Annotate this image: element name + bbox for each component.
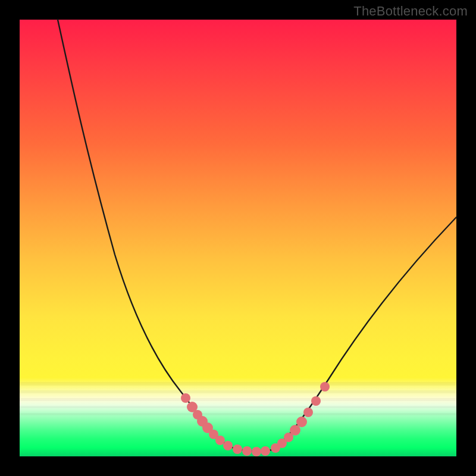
bead xyxy=(303,408,313,417)
bead xyxy=(311,396,321,406)
bead xyxy=(223,441,233,450)
chart-frame: TheBottleneck.com xyxy=(0,0,476,476)
bead xyxy=(296,416,307,427)
bead xyxy=(290,425,300,436)
plot-area xyxy=(20,20,456,456)
bead xyxy=(215,436,225,445)
bead xyxy=(261,446,270,456)
bead xyxy=(242,446,252,456)
curve-left-branch xyxy=(58,20,228,446)
bead xyxy=(252,447,261,456)
bead xyxy=(320,382,330,392)
beads-right xyxy=(271,382,330,453)
bead xyxy=(181,393,190,403)
bead xyxy=(233,444,242,454)
bottleneck-curve xyxy=(20,20,456,456)
watermark-text: TheBottleneck.com xyxy=(353,4,468,19)
curve-right-branch xyxy=(273,217,456,450)
beads-left xyxy=(181,393,270,456)
